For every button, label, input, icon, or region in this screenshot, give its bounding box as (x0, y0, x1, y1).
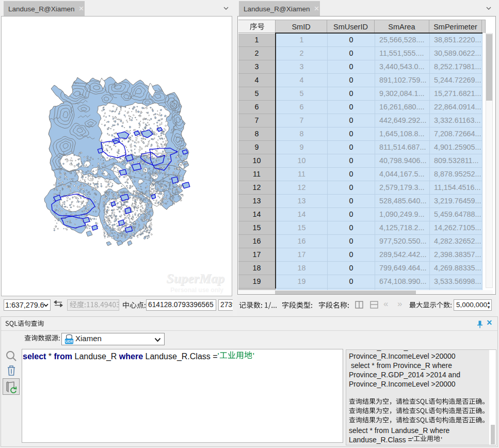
svg-text:UDX: UDX (66, 340, 73, 343)
